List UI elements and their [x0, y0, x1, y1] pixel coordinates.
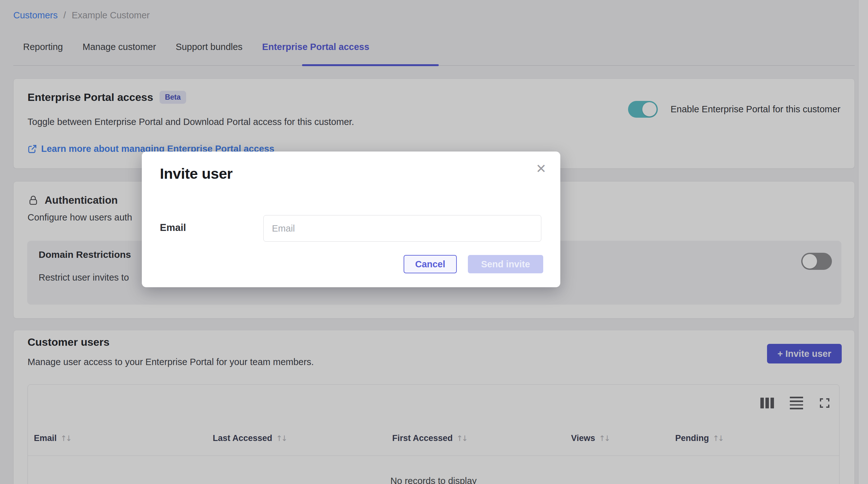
- enterprise-portal-page: Customers / Example Customer Reporting M…: [0, 0, 868, 484]
- email-label: Email: [160, 222, 186, 233]
- cancel-button[interactable]: Cancel: [404, 255, 457, 273]
- email-field[interactable]: [264, 215, 541, 242]
- modal-title: Invite user: [160, 165, 233, 182]
- close-icon[interactable]: ✕: [536, 162, 547, 175]
- send-invite-button[interactable]: Send invite: [468, 255, 543, 273]
- invite-user-modal: Invite user ✕ Email Cancel Send invite: [142, 152, 560, 287]
